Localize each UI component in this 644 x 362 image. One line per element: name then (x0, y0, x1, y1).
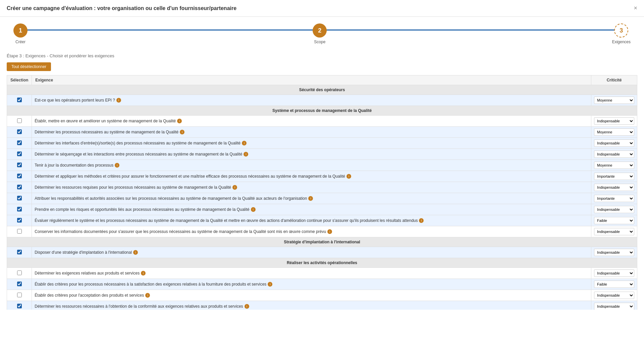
exigence-cell-1-2: Déterminer les interfaces d'entrée(s)/so… (32, 138, 591, 149)
checkbox-3-0[interactable] (17, 270, 22, 275)
criticite-select-1-8[interactable]: IndispensableImportanteMoyenneFaible (594, 206, 634, 213)
checkbox-1-9[interactable] (17, 218, 22, 223)
checkbox-cell-1-3[interactable] (7, 149, 32, 160)
info-icon[interactable]: i (244, 152, 248, 157)
criticite-select-1-5[interactable]: IndispensableImportanteMoyenneFaible (594, 173, 634, 180)
info-icon[interactable]: i (180, 130, 184, 134)
checkbox-cell-1-8[interactable] (7, 204, 32, 215)
criticite-select-1-4[interactable]: IndispensableImportanteMoyenneFaible (594, 162, 634, 169)
info-icon[interactable]: i (177, 119, 182, 123)
info-icon[interactable]: i (242, 141, 247, 145)
criticite-cell-1-5[interactable]: IndispensableImportanteMoyenneFaible (591, 171, 637, 182)
criticite-cell-2-0[interactable]: IndispensableImportanteMoyenneFaible (591, 247, 637, 258)
criticite-cell-1-8[interactable]: IndispensableImportanteMoyenneFaible (591, 204, 637, 215)
checkbox-cell-3-2[interactable] (7, 290, 32, 301)
criticite-cell-1-10[interactable]: IndispensableImportanteMoyenneFaible (591, 226, 637, 237)
info-icon[interactable]: i (116, 98, 121, 103)
criticite-cell-1-7[interactable]: IndispensableImportanteMoyenneFaible (591, 193, 637, 204)
checkbox-1-10[interactable] (17, 229, 22, 234)
exigence-text: Déterminer les ressources nécessaires à … (35, 304, 243, 309)
checkbox-cell-1-0[interactable] (7, 116, 32, 127)
exigence-text: Déterminer et appliquer les méthodes et … (35, 174, 345, 179)
checkbox-1-0[interactable] (17, 118, 22, 123)
criticite-cell-1-6[interactable]: IndispensableImportanteMoyenneFaible (591, 182, 637, 193)
criticite-cell-3-3[interactable]: IndispensableImportanteMoyenneFaible (591, 301, 637, 310)
info-icon[interactable]: i (268, 282, 272, 287)
checkbox-cell-1-4[interactable] (7, 160, 32, 171)
exigence-cell-1-0: Établir, mettre en œuvre et améliorer un… (32, 116, 591, 127)
info-icon[interactable]: i (141, 271, 146, 276)
info-icon[interactable]: i (251, 207, 256, 212)
step-title: Étape 3 : Exigences - Choisir et pondére… (7, 53, 637, 58)
criticite-cell-1-1[interactable]: IndispensableImportanteMoyenneFaible (591, 127, 637, 138)
checkbox-3-2[interactable] (17, 293, 22, 297)
criticite-select-3-3[interactable]: IndispensableImportanteMoyenneFaible (594, 303, 634, 310)
checkbox-cell-1-2[interactable] (7, 138, 32, 149)
table-row: Tenir à jour la documentation des proces… (7, 160, 637, 171)
criticite-cell-1-2[interactable]: IndispensableImportanteMoyenneFaible (591, 138, 637, 149)
checkbox-2-0[interactable] (17, 250, 22, 254)
criticite-cell-1-9[interactable]: IndispensableImportanteMoyenneFaible (591, 215, 637, 226)
info-icon[interactable]: i (245, 304, 249, 309)
criticite-select-1-3[interactable]: IndispensableImportanteMoyenneFaible (594, 150, 634, 158)
exigence-cell-3-3: Déterminer les ressources nécessaires à … (32, 301, 591, 310)
checkbox-cell-1-1[interactable] (7, 127, 32, 138)
criticite-select-2-0[interactable]: IndispensableImportanteMoyenneFaible (594, 249, 634, 256)
criticite-select-1-2[interactable]: IndispensableImportanteMoyenneFaible (594, 139, 634, 147)
info-icon[interactable]: i (346, 174, 351, 179)
checkbox-cell-0-0[interactable] (7, 95, 32, 106)
criticite-select-3-1[interactable]: IndispensableImportanteMoyenneFaible (594, 281, 634, 288)
checkbox-cell-1-7[interactable] (7, 193, 32, 204)
criticite-cell-3-2[interactable]: IndispensableImportanteMoyenneFaible (591, 290, 637, 301)
checkbox-1-5[interactable] (17, 174, 22, 178)
info-icon[interactable]: i (308, 196, 313, 201)
criticite-cell-3-1[interactable]: IndispensableImportanteMoyenneFaible (591, 279, 637, 290)
criticite-select-1-6[interactable]: IndispensableImportanteMoyenneFaible (594, 184, 634, 191)
checkbox-1-8[interactable] (17, 207, 22, 212)
checkbox-cell-1-6[interactable] (7, 182, 32, 193)
info-icon[interactable]: i (145, 293, 150, 298)
checkbox-cell-1-9[interactable] (7, 215, 32, 226)
checkbox-cell-3-3[interactable] (7, 301, 32, 310)
checkbox-cell-3-0[interactable] (7, 268, 32, 279)
deselect-all-button[interactable]: Tout désélectionner (7, 62, 51, 71)
info-icon[interactable]: i (327, 229, 332, 234)
info-icon[interactable]: i (232, 185, 237, 190)
checkbox-cell-3-1[interactable] (7, 279, 32, 290)
checkbox-1-4[interactable] (17, 163, 22, 167)
criticite-select-1-9[interactable]: IndispensableImportanteMoyenneFaible (594, 217, 634, 224)
checkbox-1-3[interactable] (17, 152, 22, 156)
info-icon[interactable]: i (419, 218, 424, 223)
exigence-text: Déterminer les ressources requises pour … (35, 185, 231, 190)
checkbox-0-0[interactable] (17, 98, 22, 102)
close-button[interactable]: × (634, 5, 637, 12)
criticite-cell-0-0[interactable]: IndispensableImportanteMoyenneFaible (591, 95, 637, 106)
exigence-text: Tenir à jour la documentation des proces… (35, 163, 113, 168)
criticite-cell-1-0[interactable]: IndispensableImportanteMoyenneFaible (591, 116, 637, 127)
table-row: Déterminer les processus nécessaires au … (7, 127, 637, 138)
checkbox-3-3[interactable] (17, 304, 22, 308)
criticite-select-1-0[interactable]: IndispensableImportanteMoyenneFaible (594, 117, 634, 125)
step-1-label: Créer (15, 40, 25, 44)
criticite-select-1-10[interactable]: IndispensableImportanteMoyenneFaible (594, 228, 634, 235)
checkbox-cell-1-10[interactable] (7, 226, 32, 237)
criticite-select-1-7[interactable]: IndispensableImportanteMoyenneFaible (594, 195, 634, 202)
checkbox-cell-2-0[interactable] (7, 247, 32, 258)
info-icon[interactable]: i (133, 250, 138, 255)
criticite-cell-1-4[interactable]: IndispensableImportanteMoyenneFaible (591, 160, 637, 171)
checkbox-1-7[interactable] (17, 196, 22, 200)
criticite-select-1-1[interactable]: IndispensableImportanteMoyenneFaible (594, 128, 634, 136)
criticite-cell-3-0[interactable]: IndispensableImportanteMoyenneFaible (591, 268, 637, 279)
checkbox-cell-1-5[interactable] (7, 171, 32, 182)
checkbox-3-1[interactable] (17, 282, 22, 286)
info-icon[interactable]: i (115, 163, 119, 168)
table-row: Établir, mettre en œuvre et améliorer un… (7, 116, 637, 127)
checkbox-1-6[interactable] (17, 185, 22, 189)
criticite-select-3-0[interactable]: IndispensableImportanteMoyenneFaible (594, 269, 634, 277)
checkbox-1-2[interactable] (17, 140, 22, 145)
criticite-select-3-2[interactable]: IndispensableImportanteMoyenneFaible (594, 292, 634, 299)
criticite-cell-1-3[interactable]: IndispensableImportanteMoyenneFaible (591, 149, 637, 160)
exigence-text: Disposer d'une stratégie d'implantation … (35, 250, 132, 255)
checkbox-1-1[interactable] (17, 129, 22, 134)
criticite-select-0-0[interactable]: IndispensableImportanteMoyenneFaible (594, 97, 634, 104)
